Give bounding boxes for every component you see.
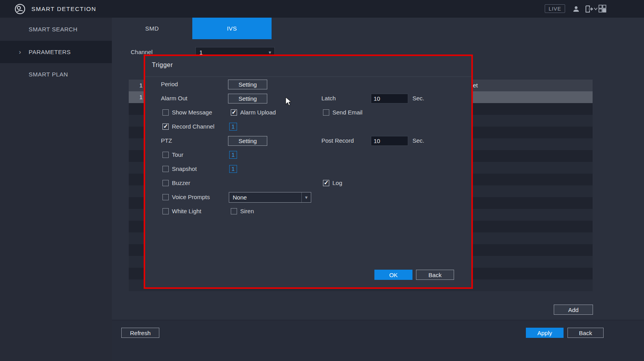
dialog-title: Trigger [152, 62, 173, 69]
send-email-checkbox[interactable] [323, 109, 329, 116]
log-checkbox[interactable] [323, 180, 329, 186]
tab-ivs[interactable]: IVS [192, 18, 272, 39]
show-message-label: Show Message [172, 107, 212, 118]
user-icon[interactable] [572, 5, 580, 13]
bottom-bar [112, 320, 644, 361]
sidebar: SMART SEARCH › PARAMETERS SMART PLAN [0, 18, 112, 361]
voice-prompts-label: Voice Prompts [172, 192, 210, 202]
voice-prompts-checkbox[interactable] [162, 194, 169, 200]
logout-icon[interactable] [585, 5, 593, 13]
mouse-cursor-icon [285, 97, 294, 106]
log-label: Log [332, 178, 342, 188]
record-channel-checkbox[interactable] [162, 123, 169, 130]
back-button[interactable]: Back [567, 328, 604, 338]
dialog-back-button[interactable]: Back [416, 270, 454, 280]
white-light-label: White Light [172, 206, 201, 216]
voice-prompts-dropdown[interactable]: None ▾ [229, 192, 311, 203]
snapshot-select[interactable]: 1 [229, 165, 237, 173]
grid-icon[interactable] [598, 5, 606, 13]
alarm-out-label: Alarm Out [161, 93, 188, 103]
apply-button[interactable]: Apply [526, 328, 564, 338]
post-record-input[interactable] [371, 136, 408, 146]
table-cell-no: 1 [139, 91, 142, 103]
alarm-upload-checkbox[interactable] [231, 109, 237, 116]
table-cell-right: et [473, 80, 478, 91]
topbar: SMART DETECTION LIVE [0, 0, 644, 18]
voice-prompts-value: None [233, 194, 247, 201]
screen: SMART DETECTION LIVE SMART SEARCH › PARA… [0, 0, 644, 361]
record-channel-select[interactable]: 1 [229, 123, 237, 131]
sidebar-item-smart-search[interactable]: SMART SEARCH [0, 18, 112, 40]
alarm-upload-label: Alarm Upload [240, 107, 276, 118]
alarm-out-setting-button[interactable]: Setting [228, 94, 267, 103]
tour-checkbox[interactable] [162, 152, 169, 158]
sidebar-item-parameters[interactable]: › PARAMETERS [0, 41, 112, 63]
tour-label: Tour [172, 150, 183, 160]
chevron-right-icon: › [19, 48, 21, 56]
chevron-down-icon: ▾ [301, 192, 311, 202]
snapshot-label: Snapshot [172, 164, 197, 174]
period-label: Period [161, 79, 178, 89]
white-light-checkbox[interactable] [162, 208, 169, 214]
tour-select[interactable]: 1 [229, 151, 237, 159]
refresh-button[interactable]: Refresh [121, 328, 159, 338]
siren-checkbox[interactable] [231, 208, 237, 214]
tab-smd[interactable]: SMD [112, 18, 192, 39]
latch-input[interactable] [371, 94, 408, 103]
add-button[interactable]: Add [554, 305, 593, 315]
logout-caret-icon[interactable] [594, 7, 598, 11]
post-record-label: Post Record [321, 136, 354, 146]
latch-label: Latch [321, 93, 336, 103]
show-message-checkbox[interactable] [162, 109, 169, 116]
sidebar-item-label: PARAMETERS [29, 49, 71, 55]
tab-label: SMD [145, 25, 159, 32]
buzzer-label: Buzzer [172, 178, 190, 188]
tab-label: IVS [227, 25, 237, 32]
siren-label: Siren [240, 206, 254, 216]
send-email-label: Send Email [332, 107, 363, 118]
latch-unit: Sec. [412, 93, 424, 103]
sidebar-item-label: SMART PLAN [29, 71, 68, 78]
app-logo-icon [14, 3, 26, 15]
page-title: SMART DETECTION [31, 5, 96, 12]
period-setting-button[interactable]: Setting [228, 80, 267, 89]
buzzer-checkbox[interactable] [162, 180, 169, 186]
table-cell-no: 1 [139, 80, 142, 91]
post-record-unit: Sec. [412, 136, 424, 146]
sidebar-item-smart-plan[interactable]: SMART PLAN [0, 63, 112, 85]
live-button[interactable]: LIVE [545, 4, 565, 13]
dialog-divider [145, 76, 471, 77]
trigger-dialog: Trigger Period Setting Alarm Out Setting… [144, 54, 473, 289]
ptz-setting-button[interactable]: Setting [228, 136, 267, 146]
snapshot-checkbox[interactable] [162, 166, 169, 172]
sidebar-item-label: SMART SEARCH [29, 26, 78, 33]
ok-button[interactable]: OK [374, 270, 412, 280]
record-channel-label: Record Channel [172, 122, 214, 132]
ptz-label: PTZ [161, 136, 172, 146]
